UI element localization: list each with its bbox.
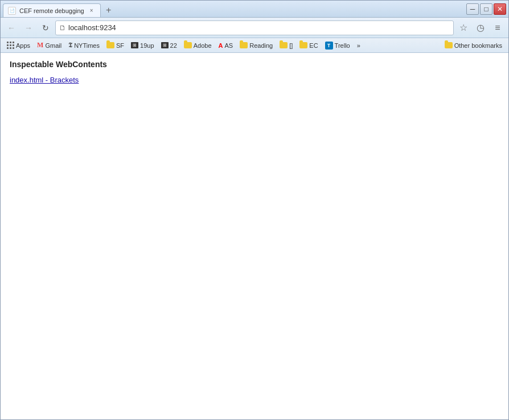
folder-icon-reading <box>240 42 248 48</box>
window-controls: ─ □ ✕ <box>466 3 506 15</box>
address-page-icon: 🗋 <box>59 24 66 32</box>
forward-button[interactable]: → <box>21 20 36 35</box>
folder-icon-ec <box>299 42 307 48</box>
folder-icon <box>106 42 114 48</box>
browser-window: 📄 CEF remote debugging × + ─ □ ✕ ← → ↻ 🗋… <box>0 0 509 420</box>
folder-icon-adobe <box>184 42 192 48</box>
bookmark-adobe[interactable]: Adobe <box>181 42 215 50</box>
new-tab-button[interactable]: + <box>102 5 116 16</box>
tab-favicon: 📄 <box>8 7 16 15</box>
other-bookmarks-label: Other bookmarks <box>454 42 502 49</box>
page-heading: Inspectable WebContents <box>10 60 499 69</box>
nyt-icon: 𝕿 <box>68 41 72 50</box>
apps-grid-icon <box>7 42 15 50</box>
folder-icon-brackets <box>280 42 288 48</box>
minimize-button[interactable]: ─ <box>466 3 479 15</box>
bookmark-gmail[interactable]: M Gmail <box>34 40 64 50</box>
history-button[interactable]: ◷ <box>473 20 488 35</box>
maximize-button[interactable]: □ <box>480 3 492 15</box>
bookmark-nytimes-label: NYTimes <box>74 42 100 49</box>
bookmark-apps[interactable]: Apps <box>4 41 33 50</box>
page-content: Inspectable WebContents index.html - Bra… <box>1 53 508 419</box>
other-bookmarks-button[interactable]: Other bookmarks <box>442 42 505 50</box>
bookmark-reading[interactable]: Reading <box>237 42 276 50</box>
bookmark-19up-label: 19up <box>140 42 154 49</box>
bookmarks-bar: Apps M Gmail 𝕿 NYTimes SF ⊞ 19up ⊞ 22 Ad… <box>1 38 508 53</box>
grid-icon-22: ⊞ <box>161 42 169 48</box>
bookmark-22-label: 22 <box>170 42 177 49</box>
bookmark-reading-label: Reading <box>249 42 273 49</box>
bookmark-as-label: AS <box>225 42 233 49</box>
trello-icon: T <box>325 42 333 50</box>
navigation-bar: ← → ↻ 🗋 ☆ ◷ ≡ <box>1 18 508 38</box>
folder-icon-other <box>445 42 453 48</box>
address-input[interactable] <box>68 23 450 32</box>
gmail-icon: M <box>37 41 43 50</box>
chrome-menu-button[interactable]: ≡ <box>490 20 505 35</box>
inspectable-page-link[interactable]: index.html - Brackets <box>10 76 79 84</box>
back-button[interactable]: ← <box>4 20 19 35</box>
bookmark-star-button[interactable]: ☆ <box>456 20 471 35</box>
bookmark-apps-label: Apps <box>16 42 30 49</box>
bookmark-brackets-label: [] <box>289 42 293 49</box>
active-tab[interactable]: 📄 CEF remote debugging × <box>3 3 101 17</box>
address-bar[interactable]: 🗋 <box>55 20 454 35</box>
bookmark-19up[interactable]: ⊞ 19up <box>128 42 157 50</box>
adobe-logo-icon: A <box>219 42 223 49</box>
grid-icon-19up: ⊞ <box>131 42 138 48</box>
tab-close-button[interactable]: × <box>88 7 96 15</box>
bookmark-22[interactable]: ⊞ 22 <box>158 42 180 50</box>
bookmark-gmail-label: Gmail <box>45 42 61 49</box>
close-button[interactable]: ✕ <box>494 3 506 15</box>
bookmark-sf[interactable]: SF <box>104 42 127 50</box>
bookmark-nytimes[interactable]: 𝕿 NYTimes <box>65 40 102 50</box>
more-bookmarks-chevron: » <box>357 42 360 49</box>
bookmark-ec-label: EC <box>309 42 318 49</box>
bookmark-trello[interactable]: T Trello <box>322 41 353 50</box>
tab-title: CEF remote debugging <box>19 7 84 14</box>
title-bar: 📄 CEF remote debugging × + ─ □ ✕ <box>1 1 508 18</box>
bookmark-adobe-label: Adobe <box>194 42 212 49</box>
bookmark-sf-label: SF <box>116 42 124 49</box>
tab-area: 📄 CEF remote debugging × + <box>3 1 466 17</box>
bookmark-as[interactable]: A AS <box>216 42 236 50</box>
reload-button[interactable]: ↻ <box>38 20 53 35</box>
bookmark-trello-label: Trello <box>335 42 350 49</box>
bookmark-brackets[interactable]: [] <box>277 42 295 50</box>
bookmark-ec[interactable]: EC <box>297 42 321 50</box>
more-bookmarks-button[interactable]: » <box>354 42 363 50</box>
